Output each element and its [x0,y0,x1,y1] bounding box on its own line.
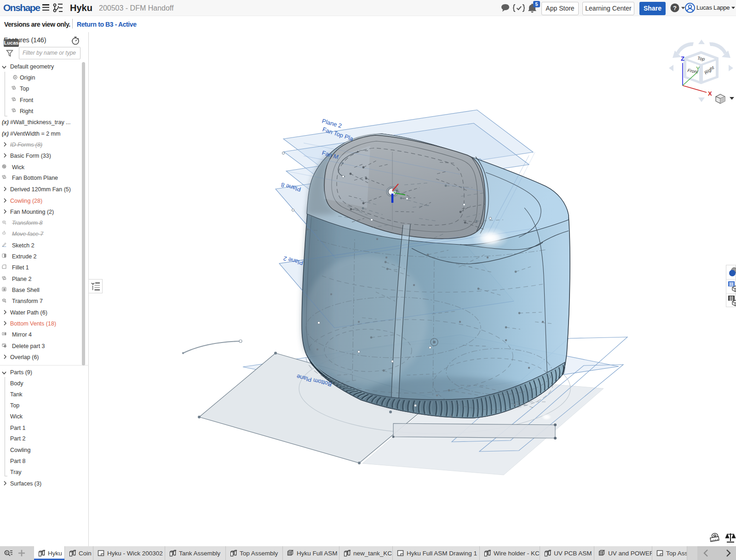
svg-text:?: ? [673,5,677,11]
svg-text:Y: Y [696,65,700,72]
svg-text:Top: Top [697,56,705,62]
svg-text:X: X [708,90,712,97]
svg-text:Z: Z [681,55,684,62]
